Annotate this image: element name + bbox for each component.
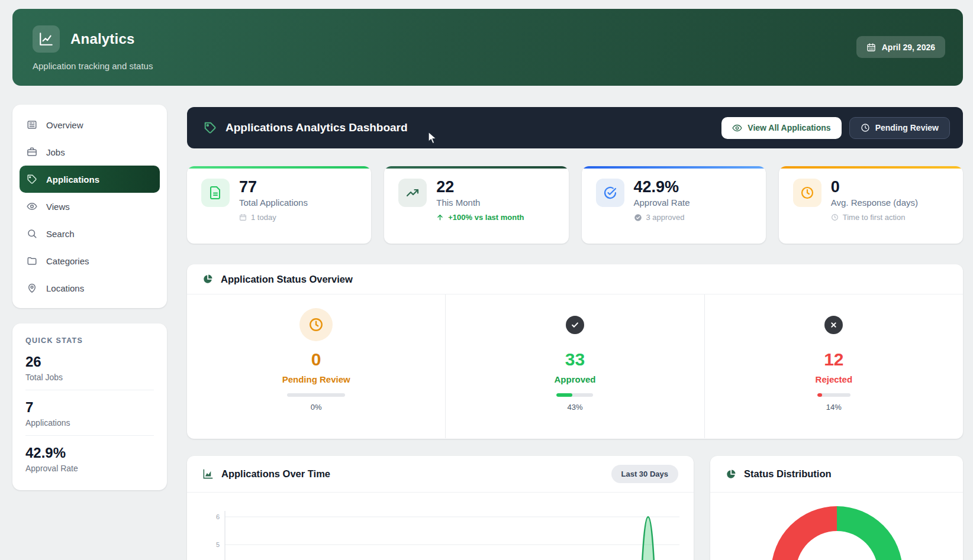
trending-up-icon [398, 179, 427, 207]
ticket-icon [204, 121, 217, 134]
status-count: 0 [187, 351, 445, 368]
sidebar-item-overview[interactable]: Overview [20, 111, 160, 138]
banner-title: Applications Analytics Dashboard [225, 121, 408, 134]
sidebar-item-views[interactable]: Views [20, 193, 160, 220]
ticket-icon [27, 174, 37, 184]
card-value: 42.9% [634, 179, 690, 195]
magnifier-icon [27, 228, 37, 239]
briefcase-icon [27, 147, 37, 157]
line-chart: 6543210 [187, 493, 694, 560]
eye-icon [27, 201, 37, 212]
map-pin-icon [27, 283, 37, 293]
pie-chart-icon [726, 469, 736, 480]
stat-card-total-applications: 77 Total Applications 1 today [187, 166, 371, 244]
quick-stat-value: 42.9% [25, 445, 154, 461]
clock-icon [299, 308, 333, 341]
sidebar-item-categories[interactable]: Categories [20, 247, 160, 274]
card-value: 0 [831, 179, 918, 195]
stat-card-avg-response: 0 Avg. Response (days) Time to first act… [779, 166, 963, 244]
calendar-icon [866, 43, 876, 52]
x-solid-icon [824, 316, 843, 334]
sidebar-item-label: Applications [46, 174, 99, 184]
progress-bar [817, 393, 850, 397]
card-footer-text: +100% vs last month [448, 213, 524, 222]
applications-over-time-panel: Applications Over Time Last 30 Days 6543… [187, 456, 694, 560]
card-label: Avg. Response (days) [831, 198, 918, 208]
donut-hole [796, 531, 878, 560]
progress-bar [287, 393, 345, 397]
pending-review-button[interactable]: Pending Review [849, 117, 950, 139]
sidebar-item-label: Views [46, 202, 70, 212]
stat-card-approval-rate: 42.9% Approval Rate 3 approved [582, 166, 766, 244]
svg-text:5: 5 [216, 541, 220, 548]
status-label: Pending Review [187, 374, 445, 384]
card-footer-text: Time to first action [843, 213, 906, 222]
status-percent: 43% [446, 403, 704, 412]
applications-over-time-chart: 6543210 [201, 493, 679, 560]
folder-icon [27, 255, 37, 266]
card-footer-text: 3 approved [646, 213, 685, 222]
panel-title: Application Status Overview [221, 274, 353, 285]
date-badge[interactable]: April 29, 2026 [856, 36, 945, 58]
app-header: Analytics Application tracking and statu… [12, 9, 963, 86]
sidebar-item-label: Categories [46, 256, 89, 266]
last-30-days-badge[interactable]: Last 30 Days [611, 465, 679, 483]
card-label: Total Applications [239, 198, 308, 208]
svg-text:6: 6 [216, 513, 220, 520]
page-subtitle: Application tracking and status [33, 61, 943, 71]
check-badge-icon [634, 213, 642, 222]
progress-bar [556, 393, 593, 397]
area-chart-icon [202, 468, 214, 480]
check-solid-icon [566, 316, 584, 334]
card-footer-text: 1 today [251, 213, 276, 222]
date-label: April 29, 2026 [882, 43, 935, 52]
quick-stat-label: Approval Rate [25, 464, 154, 473]
quick-stats-heading: QUICK STATS [25, 336, 154, 345]
status-label: Approved [446, 374, 704, 384]
check-circle-icon [596, 179, 624, 207]
button-label: Pending Review [875, 123, 939, 132]
quick-stat-approval-rate: 42.9% Approval Rate [25, 436, 154, 481]
clock-icon [831, 213, 839, 221]
status-overview-panel: Application Status Overview 0 Pending Re… [187, 264, 963, 439]
sidebar-item-jobs[interactable]: Jobs [20, 138, 160, 166]
view-all-applications-button[interactable]: View All Applications [721, 117, 841, 139]
quick-stats-panel: QUICK STATS 26 Total Jobs 7 Applications… [12, 323, 167, 490]
status-label: Rejected [705, 374, 963, 384]
progress-fill [556, 393, 572, 397]
sidebar-item-locations[interactable]: Locations [20, 274, 160, 302]
sidebar: Overview Jobs Applications Views Search … [12, 105, 167, 308]
sidebar-item-label: Search [46, 229, 75, 239]
button-label: View All Applications [748, 123, 830, 132]
quick-stat-label: Applications [25, 418, 154, 428]
sidebar-item-applications[interactable]: Applications [20, 166, 160, 193]
page-title: Analytics [70, 31, 135, 47]
line-chart-icon [38, 31, 54, 47]
sidebar-item-label: Overview [46, 120, 83, 130]
newspaper-icon [27, 119, 37, 130]
status-rejected: 12 Rejected 14% [704, 294, 963, 438]
status-approved: 33 Approved 43% [445, 294, 704, 438]
dashboard-banner: Applications Analytics Dashboard View Al… [187, 107, 963, 148]
panel-title: Applications Over Time [221, 468, 330, 480]
pie-chart-icon [202, 274, 213, 284]
sidebar-item-label: Jobs [46, 147, 65, 157]
card-value: 77 [239, 179, 308, 195]
calendar-icon [239, 213, 247, 221]
quick-stat-applications: 7 Applications [25, 390, 154, 436]
quick-stat-value: 7 [25, 399, 154, 416]
stat-card-this-month: 22 This Month +100% vs last month [384, 166, 568, 244]
card-value: 22 [436, 179, 524, 195]
card-label: Approval Rate [634, 198, 690, 208]
analytics-logo [33, 25, 60, 53]
status-distribution-donut [771, 506, 903, 560]
quick-stat-label: Total Jobs [25, 373, 154, 382]
sidebar-item-search[interactable]: Search [20, 220, 160, 247]
status-pending: 0 Pending Review 0% [187, 294, 445, 438]
arrow-up-icon [436, 213, 444, 221]
clock-icon [861, 123, 870, 132]
quick-stat-value: 26 [25, 354, 154, 370]
sidebar-item-label: Locations [46, 283, 84, 293]
status-distribution-panel: Status Distribution [710, 456, 963, 560]
status-percent: 14% [705, 403, 963, 412]
